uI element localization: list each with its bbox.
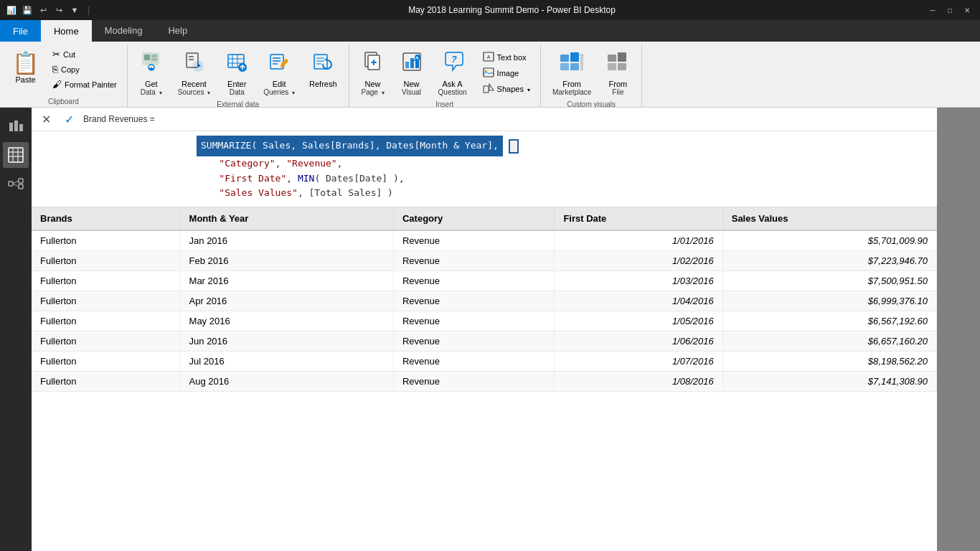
- col-header-brands: Brands: [32, 207, 180, 230]
- new-visual-button[interactable]: New Visual: [394, 47, 430, 99]
- image-button[interactable]: Image: [479, 66, 534, 80]
- new-page-button[interactable]: New Page ▾: [355, 47, 391, 99]
- ribbon-tabs: File Home Modeling Help: [0, 20, 980, 42]
- tab-help[interactable]: Help: [155, 20, 200, 42]
- cell-month: May 2016: [180, 311, 393, 331]
- svg-rect-39: [560, 63, 569, 70]
- cell-category: Revenue: [393, 372, 554, 392]
- cell-date: 1/01/2016: [555, 230, 722, 251]
- sidebar-item-data[interactable]: [3, 142, 29, 168]
- cell-sales: $7,141,308.90: [722, 372, 936, 392]
- save-icon[interactable]: 💾: [22, 4, 33, 16]
- paste-button[interactable]: 📋 Paste: [6, 47, 45, 87]
- insert-group-content: New Page ▾ New Visual: [355, 47, 534, 99]
- cell-brand: Fullerton: [32, 311, 180, 331]
- table-row: Fullerton Jul 2016 Revenue 1/07/2016 $8,…: [32, 352, 937, 372]
- tab-modeling[interactable]: Modeling: [92, 20, 156, 42]
- marketplace-icon: [559, 50, 585, 78]
- col-header-sales: Sales Values: [722, 207, 936, 230]
- svg-text:?: ?: [451, 54, 457, 65]
- scissors-icon: ✂: [52, 49, 60, 60]
- svg-rect-49: [19, 124, 23, 131]
- external-data-group: Get Data ▾ Recent Sources ▾: [128, 44, 349, 107]
- svg-text:A: A: [486, 55, 490, 60]
- text-box-button[interactable]: A Text box: [479, 50, 534, 65]
- close-button[interactable]: ✕: [960, 4, 974, 16]
- cell-sales: $8,198,562.20: [722, 352, 936, 372]
- cell-date: 1/06/2016: [555, 331, 722, 352]
- enter-data-button[interactable]: Enter Data: [219, 47, 255, 99]
- svg-rect-2: [151, 55, 157, 57]
- ask-question-button[interactable]: ? Ask A Question: [433, 47, 473, 99]
- title-bar: 📊 💾 ↩ ↪ ▼ | May 2018 Learning Summit Dem…: [0, 0, 980, 20]
- cell-month: Aug 2016: [180, 372, 393, 392]
- image-icon: [483, 67, 494, 79]
- text-box-icon: A: [483, 52, 494, 63]
- cell-date: 1/04/2016: [555, 291, 722, 311]
- tab-file[interactable]: File: [0, 20, 41, 42]
- new-page-icon: [362, 50, 385, 78]
- format-painter-button[interactable]: 🖌 Format Painter: [48, 77, 121, 91]
- tab-home[interactable]: Home: [41, 20, 92, 42]
- custom-visuals-content: From Marketplace From File: [547, 47, 636, 99]
- code-line-3: "First Date", MIN( Dates[Date] ),: [197, 171, 928, 187]
- svg-rect-28: [410, 58, 414, 68]
- main-content: ✕ ✓ Brand Revenues = SUMMARIZE( Sales, S…: [32, 108, 937, 551]
- cell-category: Revenue: [393, 230, 554, 251]
- code-highlighted-line: SUMMARIZE( Sales, Sales[Brands], Dates[M…: [197, 136, 503, 156]
- cell-month: Jul 2016: [180, 352, 393, 372]
- data-table-container: Brands Month & Year Category First Date …: [32, 207, 937, 551]
- svg-point-35: [484, 70, 486, 72]
- from-file-button[interactable]: From File: [600, 47, 636, 99]
- edit-queries-icon: [268, 50, 291, 78]
- copy-icon: ⎘: [52, 64, 58, 75]
- cell-sales: $6,999,376.10: [722, 291, 936, 311]
- cell-brand: Fullerton: [32, 352, 180, 372]
- formula-cancel-button[interactable]: ✕: [37, 110, 55, 128]
- copy-button[interactable]: ⎘ Copy: [48, 62, 121, 76]
- refresh-icon: [311, 50, 334, 78]
- formula-confirm-button[interactable]: ✓: [60, 110, 77, 128]
- cell-brand: Fullerton: [32, 230, 180, 251]
- col-header-category: Category: [393, 207, 554, 230]
- new-visual-icon: [400, 50, 423, 78]
- table-header: Brands Month & Year Category First Date …: [32, 207, 937, 230]
- minimize-button[interactable]: ─: [925, 4, 940, 16]
- redo-icon[interactable]: ↪: [53, 4, 65, 16]
- table-row: Fullerton Mar 2016 Revenue 1/03/2016 $7,…: [32, 271, 937, 291]
- customize-icon[interactable]: ▼: [69, 4, 80, 16]
- recent-sources-button[interactable]: Recent Sources ▾: [172, 47, 216, 99]
- edit-queries-button[interactable]: Edit Queries ▾: [258, 47, 301, 99]
- sidebar-item-report[interactable]: [3, 113, 29, 139]
- undo-icon[interactable]: ↩: [37, 4, 49, 16]
- get-data-button[interactable]: Get Data ▾: [133, 47, 169, 99]
- svg-rect-41: [580, 56, 583, 70]
- code-line-2: "Category", "Revenue",: [197, 156, 928, 171]
- cell-date: 1/08/2016: [555, 372, 722, 392]
- formula-area: ✕ ✓ Brand Revenues = SUMMARIZE( Sales, S…: [32, 108, 937, 207]
- cell-sales: $7,223,946.70: [722, 251, 936, 271]
- shapes-button[interactable]: Shapes ▾: [479, 82, 534, 96]
- cell-brand: Fullerton: [32, 331, 180, 352]
- cell-brand: Fullerton: [32, 291, 180, 311]
- model-view-icon: [8, 176, 24, 192]
- svg-rect-45: [608, 63, 616, 70]
- cell-sales: $7,500,951.50: [722, 271, 936, 291]
- svg-rect-48: [14, 121, 18, 131]
- maximize-button[interactable]: □: [943, 4, 957, 16]
- formula-toolbar: ✕ ✓ Brand Revenues =: [32, 108, 937, 131]
- table-row: Fullerton Apr 2016 Revenue 1/04/2016 $6,…: [32, 291, 937, 311]
- sidebar-item-model[interactable]: [3, 171, 29, 197]
- from-marketplace-button[interactable]: From Marketplace: [547, 47, 597, 99]
- cell-date: 1/07/2016: [555, 352, 722, 372]
- cell-category: Revenue: [393, 291, 554, 311]
- data-view-icon: [8, 147, 24, 163]
- refresh-button[interactable]: Refresh: [303, 47, 343, 91]
- clipboard-group: 📋 Paste ✂ Cut ⎘ Copy 🖌 Format Painter Cl…: [0, 44, 128, 107]
- svg-rect-40: [570, 63, 579, 70]
- cell-category: Revenue: [393, 331, 554, 352]
- formula-code-block[interactable]: SUMMARIZE( Sales, Sales[Brands], Dates[M…: [32, 131, 937, 207]
- app-body: ✕ ✓ Brand Revenues = SUMMARIZE( Sales, S…: [0, 108, 980, 551]
- cut-button[interactable]: ✂ Cut: [48, 47, 121, 61]
- code-line-4: "Sales Values", [Total Sales] ): [197, 186, 928, 201]
